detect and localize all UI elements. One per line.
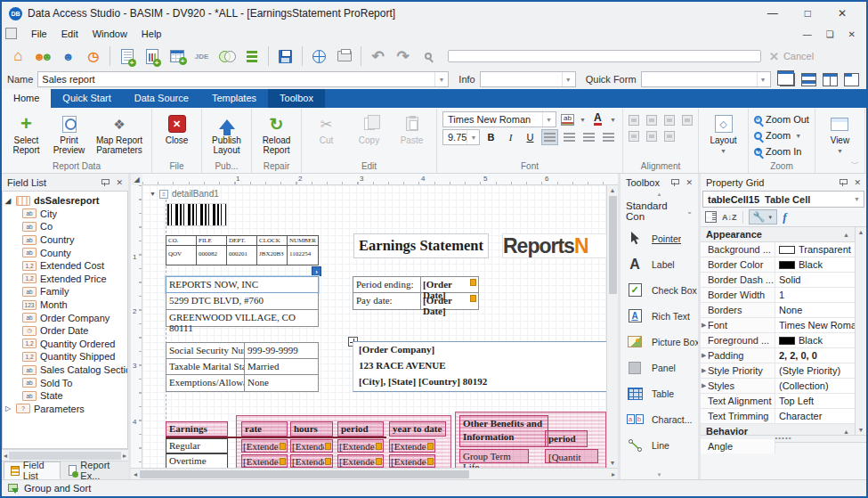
tab-templates[interactable]: Templates: [200, 89, 268, 108]
publish-layout-button[interactable]: Publish Layout: [206, 110, 247, 160]
scroll-down-icon[interactable]: ▼: [858, 427, 864, 433]
function-icon[interactable]: f: [783, 210, 786, 225]
info-value[interactable]: 999-99-9999: [245, 343, 318, 358]
expand-icon[interactable]: ▶: [702, 382, 706, 389]
new-table-icon[interactable]: +: [165, 45, 189, 68]
close-button[interactable]: ✕: [838, 7, 847, 20]
tree-item-city[interactable]: abCity: [3, 208, 127, 221]
earnings-header-cell[interactable]: period: [337, 421, 384, 437]
tree-item-order-date[interactable]: ◷Order Date: [3, 324, 127, 338]
redo-icon[interactable]: ↷: [391, 45, 415, 68]
earnings-cell[interactable]: [Extended: [389, 439, 435, 453]
tab-field-list[interactable]: Field List: [4, 461, 61, 479]
list-icon[interactable]: [239, 45, 264, 68]
users-icon[interactable]: ☻☻: [31, 45, 55, 68]
layout-button[interactable]: Layout▼: [702, 110, 744, 173]
mdi-minimize-button[interactable]: —: [803, 29, 812, 39]
table-cell[interactable]: 000082: [197, 246, 227, 265]
categorized-icon[interactable]: [705, 211, 717, 223]
expand-icon[interactable]: ▶: [702, 352, 706, 359]
mdi-close-button[interactable]: ✕: [848, 29, 856, 39]
tree-item-extended-cost[interactable]: 1,2Extended Cost: [3, 259, 127, 273]
copy-button[interactable]: Copy: [348, 110, 390, 160]
menu-window[interactable]: Window: [85, 27, 134, 41]
user-icon[interactable]: ☻: [56, 45, 80, 68]
tool-picture-box[interactable]: Picture Box: [626, 329, 698, 355]
reload-report-button[interactable]: ↻Reload Report: [256, 110, 297, 160]
employee-header-table[interactable]: CO. FILE DEPT. CLOCK NUMBER QOV 000082 0…: [166, 235, 319, 265]
smart-tag-button[interactable]: ›: [312, 266, 321, 276]
toolbox-group-standard-controls[interactable]: Standard Con⌄: [621, 199, 698, 225]
close-panel-icon[interactable]: ✕: [116, 178, 123, 187]
address-line[interactable]: REPORTS NOW, INC: [166, 276, 319, 293]
table-cell[interactable]: DEPT.: [227, 236, 257, 246]
earnings-header-cell[interactable]: year to date: [389, 421, 446, 437]
new-report-icon[interactable]: +: [115, 45, 139, 68]
earnings-cell[interactable]: [Extended: [389, 454, 435, 468]
tree-item-parameters[interactable]: ▷ ? Parameters: [3, 403, 127, 416]
order-line[interactable]: [Order Company]: [359, 344, 606, 360]
date-field[interactable]: [Order Date]: [421, 293, 478, 309]
font-size-combo[interactable]: 9.75▼: [442, 129, 480, 145]
tree-root-dssalesreport[interactable]: ◢ dsSalesreport: [3, 194, 127, 208]
order-company-block[interactable]: [Order Company] 123 RACE AVENUE [City], …: [353, 341, 606, 392]
tree-item-extended-price[interactable]: 1,2Extended Price: [3, 273, 127, 286]
font-color-button[interactable]: A: [589, 111, 606, 127]
tree-item-month[interactable]: 123Month: [3, 298, 127, 312]
align-tops-icon[interactable]: [629, 131, 639, 142]
info-value[interactable]: Married: [245, 359, 318, 374]
earnings-cell[interactable]: [Extended: [337, 439, 384, 453]
table-cell[interactable]: CLOCK: [257, 236, 288, 246]
address-line[interactable]: GREENWOOD VILLAGE, CO 80111: [166, 310, 319, 327]
highlight-color-button[interactable]: ab: [559, 111, 576, 127]
tool-pointer[interactable]: Pointer: [626, 225, 698, 251]
tool-panel[interactable]: Panel: [626, 355, 698, 380]
tile-horizontal-icon[interactable]: [801, 73, 816, 86]
jde-icon[interactable]: JDE: [190, 45, 214, 68]
pin-icon[interactable]: [839, 178, 847, 186]
minimize-button[interactable]: —: [767, 7, 778, 20]
info-name[interactable]: Taxable Marital Statu: [166, 359, 245, 374]
align-right-button[interactable]: [580, 129, 597, 145]
publish-globe-icon[interactable]: [307, 45, 331, 68]
tool-character-comb[interactable]: ab Charact...: [626, 406, 698, 432]
property-row[interactable]: ▶Style Priority (Style Priority): [701, 363, 855, 379]
earnings-header-cell[interactable]: hours: [290, 421, 333, 437]
property-row[interactable]: Border Color Black: [701, 257, 855, 273]
collapse-ribbon-icon[interactable]: ﹀: [851, 159, 859, 170]
benefits-row-label[interactable]: Group Term Life: [459, 449, 529, 463]
chevron-down-icon[interactable]: ▼: [609, 117, 617, 123]
tree-item-quantity-ordered[interactable]: 1,2Quantity Ordered: [3, 338, 127, 351]
search-icon[interactable]: [416, 45, 440, 68]
property-row[interactable]: ▶Styles (Collection): [701, 379, 855, 394]
benefits-row-value[interactable]: [Quantit: [545, 449, 598, 463]
pin-icon[interactable]: [670, 178, 678, 186]
undo-icon[interactable]: ↶: [366, 45, 390, 68]
italic-button[interactable]: I: [502, 129, 519, 145]
property-row[interactable]: Border Dash ... Solid: [701, 273, 855, 288]
property-row[interactable]: Text Alignment Top Left: [701, 394, 855, 409]
collapse-band-icon[interactable]: ▼: [150, 191, 156, 197]
dates-table[interactable]: Period ending: [Order Date] Pay date: [O…: [353, 276, 479, 310]
new-window-icon[interactable]: [844, 73, 859, 86]
map-report-parameters-button[interactable]: ❖Map Report Parameters: [91, 110, 148, 160]
tool-table[interactable]: Table: [626, 380, 698, 406]
save-icon[interactable]: [273, 45, 297, 68]
order-line[interactable]: 123 RACE AVENUE: [359, 360, 606, 376]
menu-file[interactable]: File: [24, 27, 54, 41]
earnings-row-label[interactable]: Regular: [166, 438, 228, 453]
info-name[interactable]: Social Security Num: [166, 343, 245, 358]
property-row[interactable]: Background ... Transparent: [701, 242, 855, 257]
print-preview-button[interactable]: Print Preview: [48, 110, 90, 160]
mdi-restore-button[interactable]: ❏: [826, 29, 834, 39]
align-left-button[interactable]: [541, 129, 558, 145]
tool-rich-text[interactable]: A Rich Text: [626, 303, 698, 329]
new-chart-icon[interactable]: +: [140, 45, 164, 68]
toolbox-scroll-down-icon[interactable]: ▼: [621, 471, 698, 479]
employee-info-table[interactable]: Social Security Num 999-99-9999 Taxable …: [166, 342, 319, 392]
home-icon[interactable]: ⌂: [6, 45, 30, 68]
scroll-up-icon[interactable]: ▲: [858, 229, 864, 235]
barcode-element[interactable]: [166, 203, 227, 226]
property-row[interactable]: ▶Padding 2, 2, 0, 0: [701, 348, 855, 363]
align-center-button[interactable]: [561, 129, 578, 145]
